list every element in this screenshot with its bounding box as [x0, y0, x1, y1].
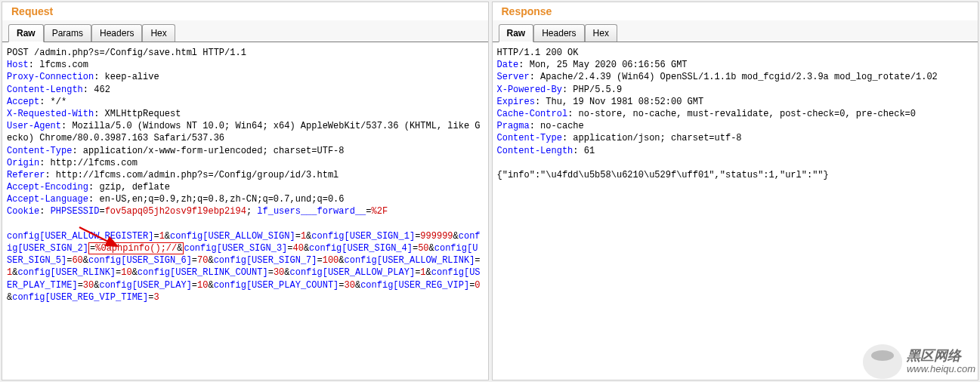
- response-title: Response: [493, 2, 978, 20]
- response-raw-content[interactable]: HTTP/1.1 200 OK Date: Mon, 25 May 2020 0…: [493, 42, 978, 380]
- request-title: Request: [2, 2, 488, 20]
- response-tabs: Raw Headers Hex: [493, 20, 978, 42]
- request-tabs: Raw Params Headers Hex: [2, 20, 488, 42]
- tab-hex[interactable]: Hex: [142, 24, 175, 42]
- tab-raw[interactable]: Raw: [8, 24, 44, 42]
- tab-raw[interactable]: Raw: [499, 24, 534, 42]
- tab-hex[interactable]: Hex: [585, 24, 617, 42]
- tab-headers[interactable]: Headers: [91, 24, 142, 42]
- request-raw-content[interactable]: POST /admin.php?s=/Config/save.html HTTP…: [2, 42, 488, 380]
- request-pane: Request Raw Params Headers Hex POST /adm…: [2, 2, 489, 380]
- response-pane: Response Raw Headers Hex HTTP/1.1 200 OK…: [492, 2, 979, 380]
- tab-params[interactable]: Params: [44, 24, 91, 42]
- tab-headers[interactable]: Headers: [533, 24, 584, 42]
